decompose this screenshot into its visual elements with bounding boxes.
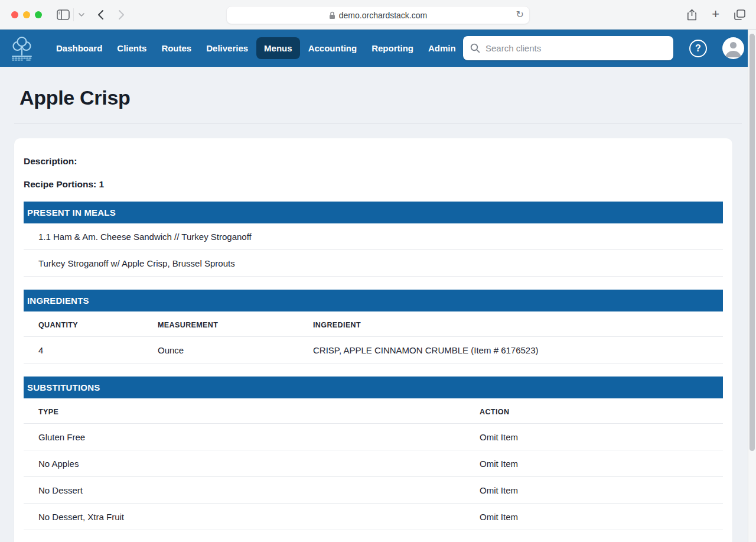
ingredients-column-headers: QUANTITY MEASUREMENT INGREDIENT [24,311,723,337]
vertical-scrollbar[interactable] [748,30,756,542]
page-title: Apple Crisp [14,67,742,123]
meal-row: Turkey Stroganoff w/ Apple Crisp, Brusse… [24,250,723,277]
browser-titlebar: demo.orchardstack.com ↻ + [0,0,756,30]
client-search[interactable] [463,36,673,60]
nav-item-accounting[interactable]: Accounting [302,38,364,58]
description-label: Description: [24,156,77,166]
scrollbar-thumb[interactable] [750,34,755,451]
substitution-row: No Dessert Omit Item [24,477,723,504]
orchardstack-logo-icon[interactable] [8,34,35,63]
substitution-type: Gluten Free [24,432,480,442]
tab-overview-icon[interactable] [734,9,745,20]
title-divider [14,123,742,124]
ingredients-table: 4 Ounce CRISP, APPLE CINNAMON CRUMBLE (I… [24,337,723,364]
share-icon[interactable] [687,9,697,21]
substitution-type: No Dessert [24,485,480,495]
forward-icon[interactable] [118,9,125,20]
substitutions-table: Gluten Free Omit Item No Apples Omit Ite… [24,424,723,530]
meal-row: 1.1 Ham & Am. Cheese Sandwich // Turkey … [24,223,723,250]
substitutions-column-headers: TYPE ACTION [24,398,723,424]
substitution-action: Omit Item [480,485,723,495]
ingredient-measurement: Ounce [158,345,313,355]
back-icon[interactable] [97,9,104,20]
chevron-down-icon[interactable] [73,8,84,21]
search-input[interactable] [485,43,666,53]
substitutions-header: SUBSTITUTIONS [24,377,723,398]
question-mark-icon: ? [695,43,701,54]
search-icon [470,43,480,53]
help-button[interactable]: ? [689,40,707,57]
ingredient-quantity: 4 [24,345,158,355]
lock-icon [329,11,335,20]
col-type: TYPE [24,408,480,416]
substitution-row: Gluten Free Omit Item [24,424,723,450]
recipe-card: Description: Recipe Portions: 1 PRESENT … [14,138,732,542]
substitution-action: Omit Item [480,459,723,469]
ingredient-row: 4 Ounce CRISP, APPLE CINNAMON CRUMBLE (I… [24,337,723,364]
zoom-window-button[interactable] [35,11,42,18]
nav-item-dashboard[interactable]: Dashboard [50,38,109,58]
url-text: demo.orchardstack.com [339,11,427,20]
nav-item-deliveries[interactable]: Deliveries [200,38,255,58]
col-measurement: MEASUREMENT [158,321,313,329]
present-in-meals-list: 1.1 Ham & Am. Cheese Sandwich // Turkey … [24,223,723,277]
present-in-meals-header: PRESENT IN MEALS [24,202,723,223]
user-avatar[interactable] [722,37,744,59]
ingredient-name: CRISP, APPLE CINNAMON CRUMBLE (Item # 61… [313,345,723,355]
nav-item-routes[interactable]: Routes [155,38,198,58]
close-window-button[interactable] [11,11,18,18]
col-ingredient: INGREDIENT [313,321,723,329]
substitution-type: No Apples [24,459,480,469]
nav-item-clients[interactable]: Clients [110,38,153,58]
person-icon [722,37,744,59]
reload-icon[interactable]: ↻ [516,9,524,20]
main-nav: Dashboard Clients Routes Deliveries Menu… [50,37,462,59]
minimize-window-button[interactable] [23,11,30,18]
nav-item-menus[interactable]: Menus [256,37,300,59]
app-navbar: Dashboard Clients Routes Deliveries Menu… [0,30,756,67]
new-tab-icon[interactable]: + [712,8,719,21]
substitution-row: No Dessert, Xtra Fruit Omit Item [24,504,723,530]
recipe-portions-value: 1 [99,179,104,189]
traffic-lights [11,11,42,18]
sidebar-toggle-icon[interactable] [57,9,70,20]
substitution-row: No Apples Omit Item [24,450,723,477]
recipe-portions-label: Recipe Portions: [24,179,96,189]
ingredients-header: INGREDIENTS [24,290,723,311]
substitution-action: Omit Item [480,512,723,522]
address-bar[interactable]: demo.orchardstack.com ↻ [226,6,530,24]
col-quantity: QUANTITY [24,321,158,329]
substitution-type: No Dessert, Xtra Fruit [24,512,480,522]
substitution-action: Omit Item [480,432,723,442]
page-content: Apple Crisp Description: Recipe Portions… [0,67,756,542]
col-action: ACTION [480,408,723,416]
nav-item-reporting[interactable]: Reporting [365,38,420,58]
nav-item-admin[interactable]: Admin [422,38,462,58]
